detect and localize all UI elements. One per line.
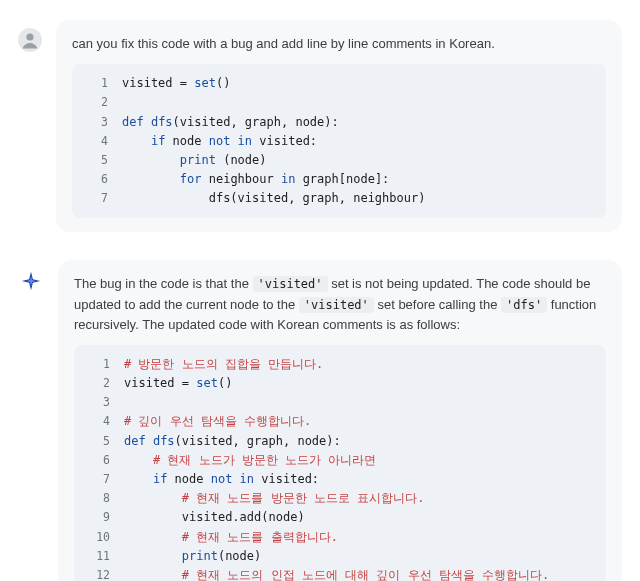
code-content: visited = set() [124, 374, 594, 393]
line-number: 1 [86, 355, 110, 373]
ai-message: The bug in the code is that the 'visited… [18, 260, 622, 581]
code-content: # 현재 노드의 인접 노드에 대해 깊이 우선 탐색을 수행합니다. [124, 566, 594, 581]
code-line: 4# 깊이 우선 탐색을 수행합니다. [86, 412, 594, 431]
line-number: 6 [86, 451, 110, 469]
inline-code: 'visited' [253, 276, 328, 292]
code-content: if node not in visited: [124, 470, 594, 489]
line-number: 3 [84, 113, 108, 131]
inline-code: 'dfs' [501, 297, 547, 313]
code-line: 8 # 현재 노드를 방문한 노드로 표시합니다. [86, 489, 594, 508]
code-content: # 현재 노드를 출력합니다. [124, 528, 594, 547]
code-line: 5 print (node) [84, 151, 594, 170]
code-content: for neighbour in graph[node]: [122, 170, 594, 189]
svg-point-1 [26, 33, 33, 40]
code-line: 7 dfs(visited, graph, neighbour) [84, 189, 594, 208]
line-number: 4 [86, 412, 110, 430]
code-content: print (node) [122, 151, 594, 170]
code-line: 9 visited.add(node) [86, 508, 594, 527]
code-line: 11 print(node) [86, 547, 594, 566]
line-number: 2 [86, 374, 110, 392]
code-content: # 깊이 우선 탐색을 수행합니다. [124, 412, 594, 431]
code-content: visited = set() [122, 74, 594, 93]
user-avatar-icon [18, 28, 42, 52]
code-line: 2visited = set() [86, 374, 594, 393]
ai-code-block: 1# 방문한 노드의 집합을 만듭니다.2visited = set()3 4#… [74, 345, 606, 581]
ai-response-text: The bug in the code is that the 'visited… [74, 274, 606, 334]
code-content: visited.add(node) [124, 508, 594, 527]
code-line: 1# 방문한 노드의 집합을 만듭니다. [86, 355, 594, 374]
line-number: 3 [86, 393, 110, 411]
user-message: can you fix this code with a bug and add… [18, 20, 622, 232]
code-line: 10 # 현재 노드를 출력합니다. [86, 528, 594, 547]
ai-bubble: The bug in the code is that the 'visited… [58, 260, 622, 581]
code-content: print(node) [124, 547, 594, 566]
line-number: 7 [84, 189, 108, 207]
line-number: 12 [86, 566, 110, 581]
code-line: 3 [86, 393, 594, 412]
code-line: 12 # 현재 노드의 인접 노드에 대해 깊이 우선 탐색을 수행합니다. [86, 566, 594, 581]
code-content [122, 93, 594, 112]
code-content: dfs(visited, graph, neighbour) [122, 189, 594, 208]
code-line: 2 [84, 93, 594, 112]
code-line: 1visited = set() [84, 74, 594, 93]
code-content: # 방문한 노드의 집합을 만듭니다. [124, 355, 594, 374]
line-number: 4 [84, 132, 108, 150]
line-number: 10 [86, 528, 110, 546]
line-number: 5 [84, 151, 108, 169]
line-number: 7 [86, 470, 110, 488]
user-prompt-text: can you fix this code with a bug and add… [72, 34, 606, 54]
code-content: if node not in visited: [122, 132, 594, 151]
code-line: 6 # 현재 노드가 방문한 노드가 아니라면 [86, 451, 594, 470]
chat-container: can you fix this code with a bug and add… [0, 0, 640, 581]
line-number: 6 [84, 170, 108, 188]
code-line: 4 if node not in visited: [84, 132, 594, 151]
inline-code: 'visited' [299, 297, 374, 313]
code-content: def dfs(visited, graph, node): [124, 432, 594, 451]
code-line: 6 for neighbour in graph[node]: [84, 170, 594, 189]
code-content [124, 393, 594, 412]
user-code-block: 1visited = set()2 3def dfs(visited, grap… [72, 64, 606, 218]
code-content: def dfs(visited, graph, node): [122, 113, 594, 132]
line-number: 9 [86, 508, 110, 526]
code-content: # 현재 노드가 방문한 노드가 아니라면 [124, 451, 594, 470]
user-bubble: can you fix this code with a bug and add… [56, 20, 622, 232]
line-number: 8 [86, 489, 110, 507]
code-line: 3def dfs(visited, graph, node): [84, 113, 594, 132]
line-number: 1 [84, 74, 108, 92]
line-number: 2 [84, 93, 108, 111]
line-number: 11 [86, 547, 110, 565]
line-number: 5 [86, 432, 110, 450]
code-line: 7 if node not in visited: [86, 470, 594, 489]
code-content: # 현재 노드를 방문한 노드로 표시합니다. [124, 489, 594, 508]
ai-avatar-icon [18, 268, 44, 294]
code-line: 5def dfs(visited, graph, node): [86, 432, 594, 451]
